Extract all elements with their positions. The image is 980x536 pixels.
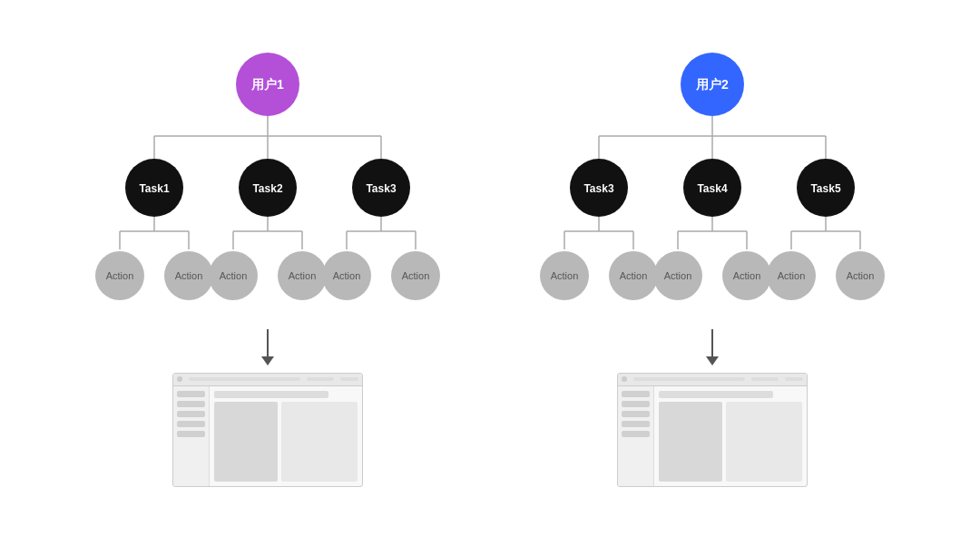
diagram-left: 用户1 Task1 Task2 Task3: [82, 50, 454, 487]
left-panel-main: [214, 402, 278, 482]
right-mockup-sidebar: [618, 386, 654, 486]
svg-text:Action: Action: [402, 270, 430, 281]
right-arrow: [706, 329, 719, 365]
r-sidebar-item-2: [622, 401, 650, 407]
left-mockup-content: [210, 386, 362, 486]
right-mockup-panels: [659, 402, 802, 482]
right-mockup-titlebar: [618, 374, 807, 386]
svg-text:用户1: 用户1: [250, 77, 284, 92]
svg-text:Action: Action: [733, 270, 761, 281]
left-panel-side: [281, 402, 358, 482]
svg-text:Action: Action: [778, 270, 806, 281]
sidebar-item-1: [177, 391, 205, 397]
left-mockup-panels: [214, 402, 358, 482]
dot1: [177, 376, 182, 382]
svg-text:Task2: Task2: [252, 182, 282, 195]
svg-text:用户2: 用户2: [695, 77, 729, 92]
r-sidebar-item-4: [622, 421, 650, 427]
svg-text:Action: Action: [664, 270, 692, 281]
right-mockup-topbar: [659, 391, 773, 398]
svg-text:Task5: Task5: [810, 182, 840, 195]
svg-text:Action: Action: [333, 270, 361, 281]
right-mockup: [617, 373, 808, 487]
left-arrow: [261, 329, 274, 365]
sidebar-item-2: [177, 401, 205, 407]
right-panel-side: [726, 402, 802, 482]
svg-text:Action: Action: [106, 270, 134, 281]
left-mockup-topbar: [214, 391, 328, 398]
left-tree-svg: 用户1 Task1 Task2 Task3: [82, 50, 454, 322]
svg-text:Action: Action: [847, 270, 875, 281]
svg-text:Task3: Task3: [366, 182, 396, 195]
svg-text:Action: Action: [620, 270, 648, 281]
left-mockup-sidebar: [173, 386, 210, 486]
right-tree-svg: 用户2 Task3 Task4 Task5: [526, 50, 898, 322]
main-container: 用户1 Task1 Task2 Task3: [64, 32, 916, 505]
r-sidebar-item-1: [622, 391, 650, 397]
left-mockup-body: [173, 386, 362, 486]
left-mockup: [172, 373, 363, 487]
svg-text:Action: Action: [289, 270, 317, 281]
r-sidebar-item-3: [622, 411, 650, 417]
dot2: [622, 376, 627, 382]
sidebar-item-5: [177, 431, 205, 437]
svg-text:Action: Action: [551, 270, 579, 281]
sidebar-item-3: [177, 411, 205, 417]
sidebar-item-4: [177, 421, 205, 427]
r-sidebar-item-5: [622, 431, 650, 437]
svg-text:Task1: Task1: [139, 182, 169, 195]
right-mockup-content: [654, 386, 807, 486]
right-mockup-body: [618, 386, 807, 486]
left-mockup-titlebar: [173, 374, 362, 386]
right-panel-main: [659, 402, 722, 482]
svg-text:Action: Action: [175, 270, 203, 281]
svg-text:Task3: Task3: [583, 182, 613, 195]
svg-text:Action: Action: [220, 270, 248, 281]
diagram-right: 用户2 Task3 Task4 Task5: [526, 50, 898, 487]
svg-text:Task4: Task4: [697, 182, 727, 195]
